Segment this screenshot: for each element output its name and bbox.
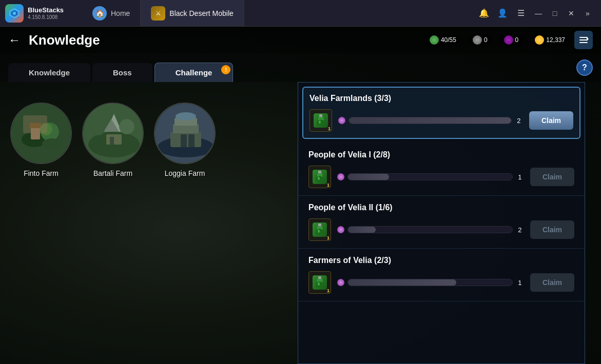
- bartali-name: Bartali Farm: [93, 169, 132, 177]
- people-velia-1-reward-row: 1 1 Claim: [308, 166, 574, 188]
- hud-bar: ← Knowledge 40/55 0 0 12,337: [0, 27, 601, 53]
- help-icon: ?: [582, 63, 587, 72]
- game-tab[interactable]: ⚔ Black Desert Mobile: [141, 0, 244, 26]
- home-tab[interactable]: 🏠 Home: [82, 0, 141, 26]
- progress-bar-fill-0: [349, 117, 511, 124]
- gold-icon: [535, 35, 544, 45]
- svg-rect-27: [181, 134, 187, 147]
- svg-point-20: [119, 119, 134, 134]
- help-button[interactable]: ?: [576, 59, 593, 76]
- tab-knowledge[interactable]: Knowledge: [8, 63, 90, 82]
- svg-rect-5: [579, 42, 588, 43]
- bs-name: BlueStacks: [28, 6, 64, 14]
- people-velia-1-progress: 1: [337, 173, 524, 181]
- notification-btn[interactable]: 🔔: [476, 5, 492, 22]
- claim-button-1[interactable]: Claim: [530, 168, 574, 186]
- right-panel: Velia Farmlands (3/3) 1: [298, 82, 585, 364]
- progress-num-2: 2: [516, 226, 524, 234]
- progress-bar-fill-3: [348, 279, 456, 286]
- progress-bar-fill-1: [348, 174, 389, 180]
- stamina-icon: [430, 35, 439, 45]
- purple-dot-3: [337, 279, 344, 286]
- window-controls: 🔔 👤 ☰ — □ ✕ »: [470, 5, 601, 22]
- reward-icon-0: 1: [309, 109, 332, 132]
- svg-rect-9: [31, 127, 40, 139]
- progress-bar-bg-3: [347, 279, 513, 286]
- challenge-velia-farmlands: Velia Farmlands (3/3) 1: [302, 87, 580, 139]
- svg-point-12: [40, 123, 52, 135]
- page-title: Knowledge: [29, 32, 100, 48]
- svg-point-13: [42, 138, 63, 149]
- home-icon: 🏠: [92, 6, 107, 21]
- stamina-resource: 40/55: [424, 34, 461, 46]
- hud-resources: 40/55 0 0 12,337: [424, 34, 570, 46]
- people-velia-2-title: People of Velia II (1/6): [308, 203, 574, 212]
- farmers-velia-reward-row: 1 1 Claim: [308, 271, 574, 294]
- more-btn[interactable]: »: [580, 6, 595, 21]
- svg-point-2: [13, 12, 16, 15]
- reward-icon-1: 1: [308, 166, 331, 188]
- svg-point-31: [319, 120, 321, 124]
- titlebar: BlueStacks 4.150.8.1008 🏠 Home ⚔ Black D…: [0, 0, 601, 27]
- reward-num-2: 1: [327, 235, 329, 240]
- farmers-velia-progress: 1: [337, 279, 524, 287]
- tabs-row: Knowledge Boss Challenge ! ?: [0, 53, 601, 82]
- svg-rect-30: [319, 114, 322, 117]
- tab-knowledge-label: Knowledge: [29, 68, 70, 77]
- potion-icon-1: [313, 170, 327, 184]
- reward-num-3: 1: [327, 288, 329, 293]
- tab-boss[interactable]: Boss: [92, 63, 152, 82]
- svg-rect-19: [110, 137, 114, 145]
- reward-icon-2: 1: [308, 218, 331, 241]
- silver-value: 0: [484, 36, 488, 44]
- account-btn[interactable]: 👤: [494, 5, 511, 22]
- location-bartali[interactable]: Bartali Farm: [82, 103, 144, 177]
- location-grid: Finto Farm: [10, 97, 216, 183]
- finto-image: [11, 104, 71, 163]
- energy-value: 0: [515, 36, 519, 44]
- challenge-people-velia-2: People of Velia II (1/6) 1: [298, 196, 585, 249]
- reward-icon-3: 1: [308, 271, 331, 294]
- svg-rect-32: [318, 171, 321, 173]
- finto-name: Finto Farm: [24, 169, 59, 177]
- progress-num-1: 1: [516, 173, 524, 181]
- home-tab-label: Home: [111, 9, 130, 17]
- restore-btn[interactable]: □: [548, 6, 562, 21]
- tab-boss-label: Boss: [113, 68, 132, 77]
- progress-bar-bg-2: [347, 226, 513, 233]
- location-loggia[interactable]: Loggia Farm: [154, 103, 216, 177]
- potion-icon-0: [314, 113, 328, 128]
- tab-challenge[interactable]: Challenge !: [154, 63, 234, 82]
- menu-btn[interactable]: ☰: [513, 5, 529, 22]
- svg-rect-4: [579, 39, 588, 41]
- game-tab-label: Black Desert Mobile: [169, 9, 234, 17]
- back-button[interactable]: ←: [8, 33, 21, 47]
- minimize-btn[interactable]: —: [531, 6, 546, 21]
- gold-value: 12,337: [546, 36, 565, 44]
- stamina-value: 40/55: [441, 36, 456, 44]
- velia-farmlands-progress: 2: [338, 117, 523, 125]
- bartali-image: [83, 104, 143, 163]
- left-panel: Finto Farm: [0, 82, 298, 364]
- challenge-people-velia-1: People of Velia I (2/8) 1: [298, 143, 585, 196]
- bluestacks-logo: BlueStacks 4.150.8.1008: [0, 4, 82, 23]
- loggia-circle: [154, 103, 216, 164]
- silver-icon: [473, 35, 482, 45]
- svg-point-21: [92, 123, 105, 135]
- game-icon: ⚔: [151, 6, 165, 21]
- close-btn[interactable]: ✕: [564, 6, 578, 21]
- svg-rect-28: [188, 134, 195, 147]
- claim-button-3[interactable]: Claim: [530, 273, 574, 292]
- claim-button-2[interactable]: Claim: [530, 220, 574, 239]
- progress-num-0: 2: [515, 117, 523, 125]
- svg-point-35: [318, 230, 320, 233]
- svg-point-29: [176, 112, 196, 120]
- game-area: ← Knowledge 40/55 0 0 12,337: [0, 27, 601, 364]
- challenge-badge: !: [221, 65, 230, 74]
- svg-rect-10: [30, 123, 41, 128]
- location-finto[interactable]: Finto Farm: [10, 103, 72, 177]
- people-velia-2-progress: 2: [337, 226, 524, 234]
- hud-menu-button[interactable]: [574, 31, 593, 49]
- claim-button-0[interactable]: Claim: [529, 111, 573, 130]
- velia-farmlands-title: Velia Farmlands (3/3): [309, 94, 573, 103]
